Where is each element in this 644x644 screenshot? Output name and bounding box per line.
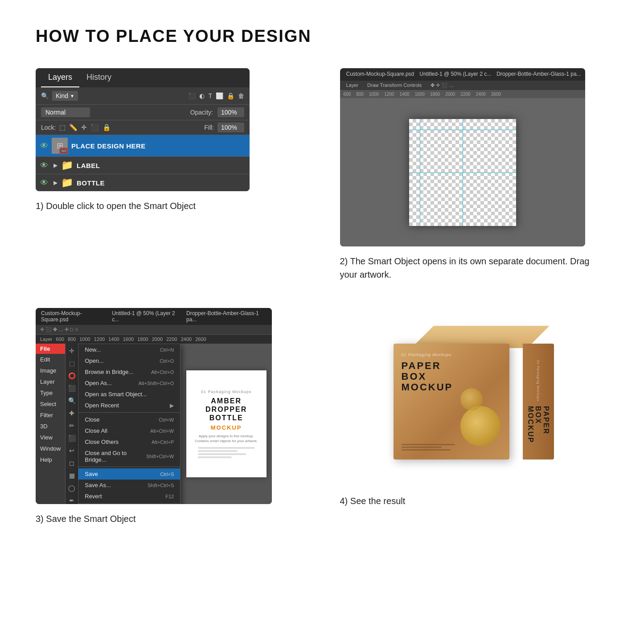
menu-type[interactable]: Type xyxy=(36,387,65,398)
menu-close[interactable]: Close Ctrl+W xyxy=(78,414,180,425)
all-lock-icon[interactable]: 🔒 xyxy=(103,123,111,131)
eye-icon-bottle[interactable]: 👁 xyxy=(40,178,48,188)
chevron-bottle-icon[interactable]: ▶ xyxy=(53,180,57,186)
menu-edit[interactable]: Edit xyxy=(36,354,65,365)
menu-close-all-shortcut: Alt+Ctrl+W xyxy=(150,428,174,434)
layer-bottle[interactable]: 👁 ▶ 📁 BOTTLE xyxy=(36,174,250,191)
shape-filter-icon[interactable]: ⬜ xyxy=(216,92,223,99)
box-text-lines-group xyxy=(402,444,455,451)
ps-window: Custom-Mockup-Square.psd Untitled-1 @ 50… xyxy=(36,308,272,504)
tab-layers[interactable]: Layers xyxy=(41,68,79,87)
menu-close-bridge-label: Close and Go to Bridge... xyxy=(85,450,141,463)
tool-lasso[interactable]: ⭕ xyxy=(67,371,77,380)
tool-crop[interactable]: ⬛ xyxy=(67,384,77,393)
menu-save[interactable]: Save Ctrl+S xyxy=(78,468,180,480)
menu-open[interactable]: Open... Ctrl+O xyxy=(78,355,180,366)
doc-inner-preview: 01 Packaging Mockups AMBERDROPPERBOTTLE … xyxy=(186,370,267,477)
ruler-1200: 1200 xyxy=(94,336,105,342)
menu-close-others[interactable]: Close Others Alt+Ctrl+P xyxy=(78,436,180,447)
menu-bridge[interactable]: Browse in Bridge... Alt+Ctrl+O xyxy=(78,366,180,377)
tool-select[interactable]: ⬚ xyxy=(68,359,76,368)
tool-stamp[interactable]: ⬛ xyxy=(67,434,77,443)
menu-help[interactable]: Help xyxy=(36,454,65,465)
guide-vertical xyxy=(463,119,463,226)
menu-image[interactable]: Image xyxy=(36,365,65,376)
eye-icon-place-design[interactable]: 👁 xyxy=(40,141,48,151)
text-filter-icon[interactable]: T xyxy=(208,92,212,99)
doc-tab-1[interactable]: Custom-Mockup-Square.psd xyxy=(346,71,414,78)
ruler-2000: 2000 xyxy=(152,336,163,342)
smart-object-badge: SO xyxy=(60,148,67,153)
doc-menu-draw[interactable]: Draw Transform Controls xyxy=(367,82,422,88)
box-circle-small xyxy=(460,388,483,410)
filter-select[interactable]: Kind ▼ xyxy=(52,91,78,101)
tool-move[interactable]: ✛ xyxy=(68,346,75,355)
menu-open-smart[interactable]: Open as Smart Object... xyxy=(78,389,180,400)
menu-close-bridge[interactable]: Close and Go to Bridge... Shift+Ctrl+W xyxy=(78,447,180,465)
menu-save-as[interactable]: Save As... Shift+Ctrl+S xyxy=(78,480,180,491)
menu-3d[interactable]: 3D xyxy=(36,421,65,432)
box-circle-large xyxy=(460,406,500,446)
move-lock-icon[interactable]: ✛ xyxy=(81,123,87,131)
layer-label[interactable]: 👁 ▶ 📁 LABEL xyxy=(36,156,250,174)
tool-dodge[interactable]: ◯ xyxy=(67,484,76,492)
tool-heal[interactable]: ✚ xyxy=(68,409,75,418)
folder-label-icon: 📁 xyxy=(61,160,73,171)
trash-icon[interactable]: 🗑 xyxy=(238,92,244,99)
menu-window[interactable]: Window xyxy=(36,443,65,454)
fill-value[interactable]: 100% xyxy=(217,123,244,132)
menu-view[interactable]: View xyxy=(36,432,65,443)
toolbar-controls: ✛ ⬛ ✤ … ✛ □ ☆ xyxy=(40,327,79,332)
paint-lock-icon[interactable]: ✏️ xyxy=(69,123,78,131)
win-titlebar: Custom-Mockup-Square.psd Untitled-1 @ 50… xyxy=(36,308,272,325)
layer-thumb-place-design: ⊞ SO xyxy=(52,138,68,154)
menu-revert[interactable]: Revert F12 xyxy=(78,491,180,502)
menu-layer[interactable]: Layer xyxy=(36,376,65,387)
canvas-area xyxy=(340,98,585,246)
doc-tab-3[interactable]: Dropper-Bottle-Amber-Glass-1 pa... xyxy=(496,71,581,78)
layer-name-bottle: BOTTLE xyxy=(77,179,105,187)
menu-open-recent[interactable]: Open Recent ▶ xyxy=(78,400,180,411)
tool-history[interactable]: ↩ xyxy=(68,446,75,455)
tab-history[interactable]: History xyxy=(79,68,119,87)
tool-eyedrop[interactable]: 🔍 xyxy=(67,396,77,405)
menu-close-all[interactable]: Close All Alt+Ctrl+W xyxy=(78,425,180,436)
tool-brush[interactable]: ✏ xyxy=(68,421,75,430)
artboard-lock-icon[interactable]: ⬛ xyxy=(90,123,99,131)
menu-open-as[interactable]: Open As... Alt+Shift+Ctrl+O xyxy=(78,377,180,389)
transparency-lock-icon[interactable]: ⬚ xyxy=(59,123,66,131)
menu-file[interactable]: File xyxy=(36,344,65,354)
win-tab-3[interactable]: Dropper-Bottle-Amber-Glass-1 pa... xyxy=(186,310,267,323)
menu-save-as-label: Save As... xyxy=(85,482,111,488)
menu-select[interactable]: Select xyxy=(36,398,65,410)
menu-new[interactable]: New... Ctrl+N xyxy=(78,344,180,355)
smart-filter-icon[interactable]: 🔒 xyxy=(227,92,234,99)
blend-mode-select[interactable]: Normal xyxy=(41,107,90,117)
folder-bottle-icon: 📁 xyxy=(61,177,73,189)
step-2-description: 2) The Smart Object opens in its own sep… xyxy=(340,254,609,281)
doc-menu-layer[interactable]: Layer xyxy=(346,82,359,88)
win-tab-2[interactable]: Untitled-1 @ 50% (Layer 2 c... xyxy=(112,310,180,323)
chevron-label-icon[interactable]: ▶ xyxy=(53,162,57,168)
tool-eraser[interactable]: ◻ xyxy=(68,459,75,468)
win-main: File Edit Image Layer Type Select Filter… xyxy=(36,344,272,504)
doc-desc: Apply your designs to this mockup.Contai… xyxy=(195,434,258,443)
menu-close-all-label: Close All xyxy=(85,427,107,434)
doc-lines-group xyxy=(198,447,255,458)
filter-icons: ⬛ ◐ T ⬜ 🔒 🗑 xyxy=(188,92,244,99)
menu-close-others-label: Close Others xyxy=(85,439,119,445)
menu-open-recent-label: Open Recent xyxy=(85,402,119,409)
sep-2 xyxy=(78,467,180,467)
adjust-filter-icon[interactable]: ◐ xyxy=(199,92,205,99)
file-dropdown-area: New... Ctrl+N Open... Ctrl+O Browse in B… xyxy=(78,344,272,504)
layer-place-design[interactable]: 👁 ⊞ SO PLACE DESIGN HERE xyxy=(36,135,250,156)
win-tab-1[interactable]: Custom-Mockup-Square.psd xyxy=(41,310,106,323)
eye-icon-label[interactable]: 👁 xyxy=(40,161,48,170)
tool-gradient[interactable]: ▦ xyxy=(68,471,76,480)
menu-filter[interactable]: Filter xyxy=(36,410,65,421)
tool-pen[interactable]: ✒ xyxy=(68,496,75,504)
pixel-filter-icon[interactable]: ⬛ xyxy=(188,92,196,99)
opacity-value[interactable]: 100% xyxy=(217,107,244,117)
doc-tab-2[interactable]: Untitled-1 @ 50% (Layer 2 c... xyxy=(419,71,491,78)
doc-preview-step3: 01 Packaging Mockups AMBERDROPPERBOTTLE … xyxy=(180,344,272,504)
